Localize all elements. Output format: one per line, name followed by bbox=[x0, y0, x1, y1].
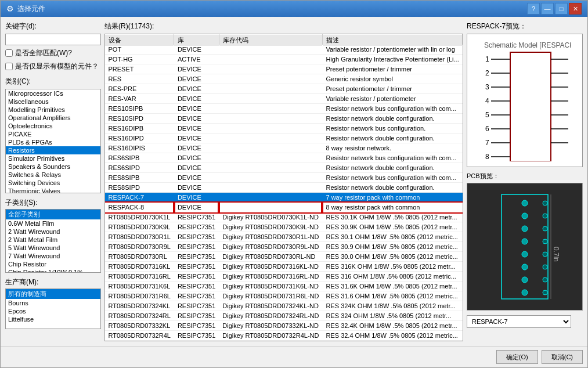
table-row[interactable]: RT0805DRD0730RLRESIPC7351Digikey RT0805D… bbox=[105, 252, 463, 262]
subcategory-item[interactable]: 0.6W Metal Film bbox=[6, 219, 100, 228]
table-row[interactable]: RT0805DRD0730R1LRESIPC7351Digikey RT0805… bbox=[105, 232, 463, 242]
manufacturer-list[interactable]: 所有的制造商BournsEpcosLittelfuse bbox=[5, 288, 101, 329]
manufacturer-item[interactable]: Littelfuse bbox=[6, 315, 100, 323]
cell-desc: RES 30.9K OHM 1/8W .5% 0805 (2012 metr..… bbox=[322, 222, 462, 232]
cell-library: DEVICE bbox=[174, 124, 219, 134]
table-row[interactable]: POT-HGACTIVEHigh Granularity Interactive… bbox=[105, 55, 463, 64]
table-row[interactable]: RES16DIPISDEVICE8 way resistor network. bbox=[105, 143, 463, 153]
category-item[interactable]: PLDs & FPGAs bbox=[6, 138, 100, 146]
results-table-wrap[interactable]: 设备 库 库存代码 描述 POTDEVICEVariable resistor … bbox=[104, 34, 463, 341]
keyword-input[interactable] bbox=[5, 34, 101, 45]
manufacturer-item[interactable]: Epcos bbox=[6, 307, 100, 315]
cell-desc: Resistor network bus configuration. bbox=[322, 124, 462, 134]
table-row[interactable]: RESDEVICEGeneric resistor symbol bbox=[105, 74, 463, 84]
minimize-button[interactable]: — bbox=[541, 3, 554, 15]
category-item[interactable]: Switches & Relays bbox=[6, 171, 100, 179]
table-row[interactable]: RT0805DRD07316KLRESIPC7351Digikey RT0805… bbox=[105, 262, 463, 272]
manufacturer-item[interactable]: Bourns bbox=[6, 299, 100, 307]
category-item[interactable]: Speakers & Sounders bbox=[6, 163, 100, 171]
cell-library: RESIPC7351 bbox=[174, 222, 219, 232]
help-button[interactable]: ? bbox=[527, 3, 540, 15]
table-row[interactable]: RES8SIPDDEVICEResistor network double co… bbox=[105, 183, 463, 193]
cell-stock bbox=[219, 163, 322, 173]
cell-device: RES bbox=[105, 74, 174, 84]
show-model-checkbox[interactable] bbox=[5, 63, 13, 70]
close-button[interactable]: ✕ bbox=[569, 3, 582, 15]
table-row[interactable]: RES-PREDEVICEPreset potentiometer / trim… bbox=[105, 84, 463, 94]
table-row[interactable]: RT0805DRD0730R9LRESIPC7351Digikey RT0805… bbox=[105, 242, 463, 252]
cell-stock: Digikey RT0805DRD07332KL-ND bbox=[219, 321, 322, 331]
cell-stock bbox=[219, 124, 322, 134]
svg-text:7: 7 bbox=[485, 139, 489, 147]
svg-point-27 bbox=[522, 213, 528, 219]
category-item[interactable]: Microprocessor ICs bbox=[6, 89, 100, 98]
subcategory-list[interactable]: 全部子类别0.6W Metal Film2 Watt Wirewound2 Wa… bbox=[5, 209, 101, 273]
table-row[interactable]: RES16DIPDDEVICEResistor network double c… bbox=[105, 134, 463, 143]
title-bar: ⚙ 选择元件 ? — □ ✕ bbox=[1, 1, 587, 17]
category-item[interactable]: Resistors bbox=[6, 146, 100, 154]
table-row[interactable]: RESPACK-7DEVICE7 way resistor pack with … bbox=[105, 193, 463, 203]
table-row[interactable]: RT0805DRD0730K1LRESIPC7351Digikey RT0805… bbox=[105, 212, 463, 222]
cell-device: RT0805DRD0732R4L bbox=[105, 331, 174, 341]
cell-desc: Resistor network double configuration. bbox=[322, 183, 462, 193]
table-row[interactable]: RES8SIPBDEVICEResistor network bus confi… bbox=[105, 173, 463, 183]
table-row[interactable]: RES6SIPBDEVICEResistor network bus confi… bbox=[105, 153, 463, 163]
cell-desc: RES 30.1 OHM 1/8W .5% 0805 (2012 metric.… bbox=[322, 232, 462, 242]
table-row[interactable]: RES10SIPDDEVICEResistor network double c… bbox=[105, 114, 463, 124]
category-item[interactable]: Simulator Primitives bbox=[6, 154, 100, 163]
table-row[interactable]: RES16DIPBDEVICEResistor network bus conf… bbox=[105, 124, 463, 134]
category-item[interactable]: Optoelectronics bbox=[6, 122, 100, 130]
cell-desc: Generic resistor symbol bbox=[322, 74, 462, 84]
table-row[interactable]: RT0805DRD07316RLRESIPC7351Digikey RT0805… bbox=[105, 272, 463, 282]
table-row[interactable]: RESPACK-8DEVICE8 way resistor pack with … bbox=[105, 203, 463, 212]
cell-desc: High Granularity Interactive Potentiomet… bbox=[322, 55, 462, 64]
cell-library: DEVICE bbox=[174, 173, 219, 183]
table-row[interactable]: PRESETDEVICEPreset potentiometer / trimm… bbox=[105, 64, 463, 74]
category-item[interactable]: Modelling Primitives bbox=[6, 106, 100, 114]
subcategory-item[interactable]: Chip Resistor bbox=[6, 260, 100, 268]
subcategory-item[interactable]: 2 Watt Metal Film bbox=[6, 236, 100, 244]
table-row[interactable]: RT0805DRD07324KLRESIPC7351Digikey RT0805… bbox=[105, 301, 463, 311]
table-row[interactable]: RT0805DRD07332KLRESIPC7351Digikey RT0805… bbox=[105, 321, 463, 331]
table-row[interactable]: RT0805DRD0731R6LRESIPC7351Digikey RT0805… bbox=[105, 291, 463, 301]
cell-stock bbox=[219, 183, 322, 193]
category-item[interactable]: Thermionic Valves bbox=[6, 187, 100, 193]
schematic-preview: Schematic Model [RESPACK7] 1 2 3 4 5 6 7… bbox=[467, 34, 583, 167]
category-item[interactable]: PICAXE bbox=[6, 130, 100, 138]
category-item[interactable]: Switching Devices bbox=[6, 179, 100, 187]
match-all-checkbox[interactable] bbox=[5, 49, 13, 57]
manufacturer-item[interactable]: 所有的制造商 bbox=[6, 289, 100, 299]
table-row[interactable]: RES10SIPBDEVICEResistor network bus conf… bbox=[105, 104, 463, 114]
cell-stock: Digikey RT0805DRD0732R4L-ND bbox=[219, 331, 322, 341]
category-list[interactable]: Microprocessor ICsMiscellaneousModelling… bbox=[5, 89, 101, 193]
subcategory-label: 子类别(S): bbox=[5, 198, 101, 208]
category-item[interactable]: Miscellaneous bbox=[6, 98, 100, 106]
cell-device: RT0805DRD07316KL bbox=[105, 262, 174, 272]
cell-library: DEVICE bbox=[174, 104, 219, 114]
ok-button[interactable]: 确定(O) bbox=[496, 350, 538, 364]
maximize-button[interactable]: □ bbox=[555, 3, 568, 15]
cell-library: RESIPC7351 bbox=[174, 291, 219, 301]
subcategory-item[interactable]: 7 Watt Wirewound bbox=[6, 252, 100, 260]
table-row[interactable]: RT0805DRD0731K6LRESIPC7351Digikey RT0805… bbox=[105, 282, 463, 291]
cancel-button[interactable]: 取消(C) bbox=[542, 350, 583, 364]
pcb-preview: 0.7in bbox=[467, 183, 583, 311]
model-select[interactable]: RESPACK-7 bbox=[467, 315, 571, 328]
table-row[interactable]: RES6SIPDDEVICEResistor network double co… bbox=[105, 163, 463, 173]
subcategory-item[interactable]: 全部子类别 bbox=[6, 210, 100, 219]
table-row[interactable]: RES-VARDEVICEVariable resistor / potenti… bbox=[105, 94, 463, 104]
cell-library: DEVICE bbox=[174, 74, 219, 84]
subcategory-item[interactable]: 5 Watt Wirewound bbox=[6, 244, 100, 252]
table-row[interactable]: RT0805DRD0732R4LRESIPC7351Digikey RT0805… bbox=[105, 331, 463, 341]
cell-device: RES16DIPIS bbox=[105, 143, 174, 153]
table-row[interactable]: POTDEVICEVariable resistor / potentiomet… bbox=[105, 45, 463, 55]
subcategory-item[interactable]: Chip Resistor 1/10W 0.1% bbox=[6, 268, 100, 273]
cell-desc: Variable resistor / potentiometer with l… bbox=[322, 45, 462, 55]
table-row[interactable]: RT0805DRD07324RLRESIPC7351Digikey RT0805… bbox=[105, 311, 463, 321]
category-item[interactable]: Operational Amplifiers bbox=[6, 114, 100, 122]
select-component-dialog: ⚙ 选择元件 ? — □ ✕ 关键字(d): 是否全部匹配(W)? 是否仅显示有… bbox=[0, 0, 588, 368]
cell-device: RES6SIPB bbox=[105, 153, 174, 163]
subcategory-item[interactable]: 2 Watt Wirewound bbox=[6, 228, 100, 236]
cell-library: RESIPC7351 bbox=[174, 311, 219, 321]
table-row[interactable]: RT0805DRD0730K9LRESIPC7351Digikey RT0805… bbox=[105, 222, 463, 232]
